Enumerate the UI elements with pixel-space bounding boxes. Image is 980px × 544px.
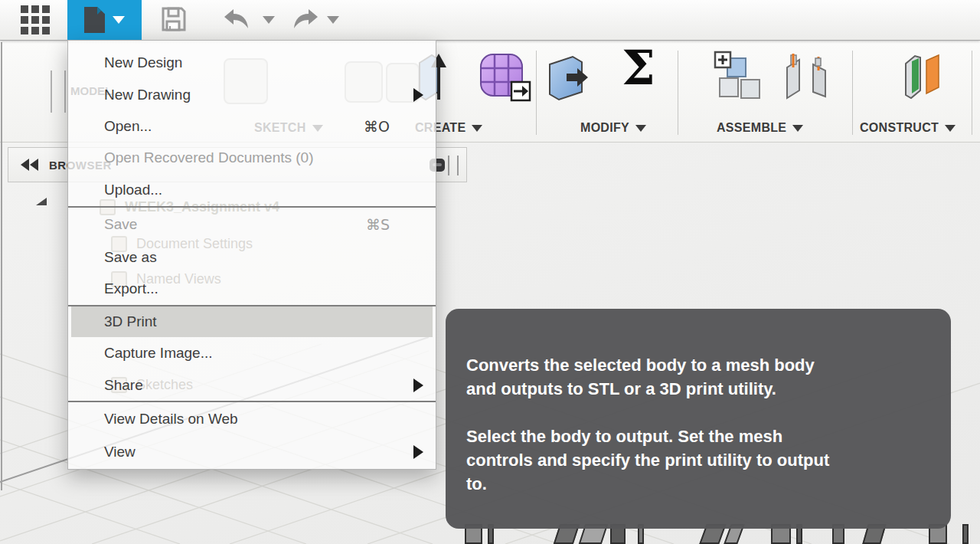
menu-item-new-design[interactable]: New Design xyxy=(68,47,436,79)
file-menu: New Design New Drawing Open... ⌘O Open R… xyxy=(67,40,436,470)
redo-icon xyxy=(291,8,320,31)
chevron-down-icon xyxy=(263,16,275,24)
undo-dropdown-button[interactable] xyxy=(259,0,279,40)
menu-item-open-recovered[interactable]: Open Recovered Documents (0) xyxy=(68,142,436,174)
toolbar-grip[interactable] xyxy=(51,70,52,113)
menu-item-3d-print[interactable]: 3D Print xyxy=(71,306,433,337)
viewport-left-edge xyxy=(1,42,2,490)
menu-item-capture-image[interactable]: Capture Image... xyxy=(68,337,436,369)
assemble-label: ASSEMBLE xyxy=(717,121,786,135)
chevron-down-icon xyxy=(472,125,482,132)
collapse-left-icon xyxy=(30,159,38,171)
redo-button[interactable] xyxy=(289,0,322,40)
tooltip-text: Select the body to output. Set the mesh xyxy=(466,424,928,448)
tooltip-paragraph-gap xyxy=(466,401,928,424)
joint-icon[interactable] xyxy=(782,52,830,100)
menu-item-view[interactable]: View xyxy=(68,436,436,468)
chevron-down-icon xyxy=(327,16,339,24)
ribbon-divider xyxy=(852,51,853,135)
menu-item-export[interactable]: Export... xyxy=(68,273,436,305)
chevron-down-icon xyxy=(113,16,125,24)
construct-label: CONSTRUCT xyxy=(860,121,939,135)
modify-label: MODIFY xyxy=(580,121,629,135)
shortcut-label: ⌘O xyxy=(364,118,390,135)
menu-item-upload[interactable]: Upload... xyxy=(68,174,436,206)
toolbar-grip[interactable] xyxy=(64,70,66,113)
app-grid-button[interactable] xyxy=(18,0,52,40)
menu-item-save-as[interactable]: Save as xyxy=(68,241,436,273)
fusion360-window: MODEL SKETCH CREATE xyxy=(0,0,980,544)
ribbon-group-assemble[interactable]: ASSEMBLE xyxy=(717,119,803,137)
menu-item-view-details-on-web[interactable]: View Details on Web xyxy=(68,402,436,436)
save-button[interactable] xyxy=(156,0,191,40)
ribbon-divider xyxy=(536,51,537,135)
press-pull-icon[interactable] xyxy=(547,54,596,103)
file-menu-button[interactable] xyxy=(67,0,142,40)
quick-access-toolbar xyxy=(0,0,980,41)
tooltip-text: to. xyxy=(466,472,928,496)
browser-collapse-button[interactable] xyxy=(18,156,41,174)
menu-item-save[interactable]: Save ⌘S xyxy=(68,208,436,241)
chevron-down-icon xyxy=(945,125,956,132)
chevron-down-icon xyxy=(792,125,803,132)
menu-item-new-drawing[interactable]: New Drawing xyxy=(68,79,436,110)
ribbon-divider xyxy=(678,51,678,135)
floppy-icon xyxy=(160,5,188,33)
change-parameters-icon[interactable]: Σ xyxy=(622,44,655,92)
construct-plane-icon[interactable] xyxy=(903,52,946,100)
tooltip-text: Converts the selected body to a mesh bod… xyxy=(466,353,928,377)
undo-icon xyxy=(222,8,251,31)
browser-panel-grip[interactable] xyxy=(448,156,459,175)
redo-dropdown-button[interactable] xyxy=(323,0,343,40)
menu-item-share[interactable]: Share xyxy=(68,369,436,401)
tooltip-text: and outputs to STL or a 3D print utility… xyxy=(466,377,928,401)
ribbon-divider xyxy=(972,51,972,135)
file-icon xyxy=(84,7,105,33)
ribbon-group-modify[interactable]: MODIFY xyxy=(580,119,646,137)
shortcut-label: ⌘S xyxy=(366,216,390,233)
create-form-icon[interactable] xyxy=(479,53,533,102)
3d-print-tooltip: Converts the selected body to a mesh bod… xyxy=(446,309,951,529)
menu-item-open[interactable]: Open... ⌘O xyxy=(68,110,436,142)
ribbon-group-construct[interactable]: CONSTRUCT xyxy=(860,119,956,137)
collapse-left-icon xyxy=(21,159,29,171)
submenu-arrow-icon xyxy=(413,445,423,459)
grid-icon xyxy=(21,5,50,34)
section-corner-icon xyxy=(36,198,47,205)
submenu-arrow-icon xyxy=(413,88,423,102)
undo-button[interactable] xyxy=(220,0,253,40)
tooltip-text: controls and specify the print utility t… xyxy=(466,448,928,472)
chevron-down-icon xyxy=(635,125,646,132)
submenu-arrow-icon xyxy=(413,379,423,392)
new-component-icon[interactable] xyxy=(714,51,764,101)
